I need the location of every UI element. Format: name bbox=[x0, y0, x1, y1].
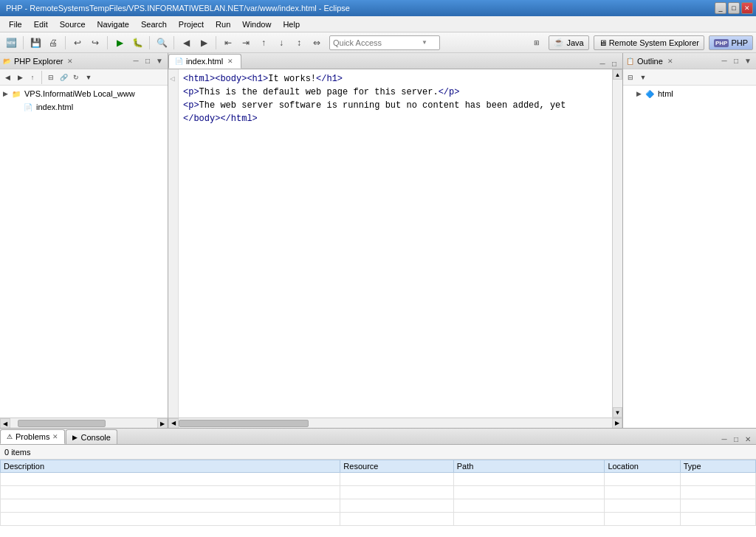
bottom-maximize-btn[interactable]: □ bbox=[731, 434, 741, 444]
minimize-button[interactable]: _ bbox=[715, 2, 726, 14]
separator-2 bbox=[65, 36, 66, 49]
quick-access-input[interactable] bbox=[333, 38, 422, 47]
menu-search[interactable]: Search bbox=[135, 18, 173, 30]
editor-tab-icon: 📄 bbox=[175, 58, 183, 65]
menu-run[interactable]: Run bbox=[210, 18, 236, 30]
menu-source[interactable]: Source bbox=[54, 18, 92, 30]
back-button[interactable]: ◀ bbox=[178, 35, 194, 51]
new-button[interactable]: 🆕 bbox=[3, 35, 19, 51]
empty-row-1 bbox=[1, 473, 756, 486]
bottom-tab-console[interactable]: ▶ Console bbox=[66, 429, 117, 444]
vscroll-up-btn[interactable]: ▲ bbox=[613, 69, 622, 80]
left-scroll-left-btn[interactable]: ◀ bbox=[0, 418, 10, 428]
tree-expand-arrow[interactable]: ▶ bbox=[3, 90, 10, 97]
undo-button[interactable]: ↩ bbox=[69, 35, 86, 51]
php-explorer-menu-btn[interactable]: ▼ bbox=[154, 56, 165, 66]
save-button[interactable]: 💾 bbox=[27, 35, 44, 51]
quick-access-box[interactable]: ▼ bbox=[329, 35, 440, 50]
editor-hscroll: ◀ ▶ bbox=[168, 418, 622, 428]
menu-project[interactable]: Project bbox=[173, 18, 210, 30]
vscroll-down-btn[interactable]: ▼ bbox=[613, 407, 622, 418]
php-explorer-minimize-btn[interactable]: ─ bbox=[131, 56, 141, 66]
nav-btn-6[interactable]: ⇔ bbox=[309, 35, 325, 51]
forward-button[interactable]: ▶ bbox=[196, 35, 212, 51]
outline-maximize-btn[interactable]: □ bbox=[731, 56, 741, 66]
toolbar: 🆕 💾 🖨 ↩ ↪ ▶ 🐛 🔍 ◀ ▶ ⇤ ⇥ ↑ ↓ ↕ ⇔ ▼ ⊞ ☕ Ja… bbox=[0, 32, 756, 53]
tree-root-item[interactable]: ▶ 📁 VPS.InformatiWeb Local_www bbox=[1, 87, 166, 100]
debug-button[interactable]: 🐛 bbox=[129, 35, 145, 51]
menu-edit[interactable]: Edit bbox=[28, 18, 54, 30]
menu-file[interactable]: File bbox=[3, 18, 28, 30]
left-scroll-thumb[interactable] bbox=[18, 420, 106, 427]
bottom-tab-problems[interactable]: ⚠ Problems ✕ bbox=[0, 429, 65, 444]
hscroll-right-btn[interactable]: ▶ bbox=[612, 418, 622, 429]
left-panel-hscroll: ◀ ▶ bbox=[0, 418, 168, 428]
sync-btn[interactable]: ↻ bbox=[70, 72, 82, 83]
outline-collapse-btn[interactable]: ⊟ bbox=[625, 72, 636, 83]
up-nav-btn[interactable]: ↑ bbox=[27, 72, 38, 83]
title-bar-buttons: _ □ ✕ bbox=[715, 2, 753, 14]
maximize-button[interactable]: □ bbox=[728, 2, 740, 14]
outline-close-icon[interactable]: ✕ bbox=[667, 58, 673, 65]
search-tb-button[interactable]: 🔍 bbox=[154, 35, 170, 51]
back-nav-btn[interactable]: ◀ bbox=[1, 72, 13, 83]
perspective-switcher-button[interactable]: ⊞ bbox=[529, 35, 544, 50]
main-layout: 📂 PHP Explorer ✕ ─ □ ▼ ◀ ▶ ↑ ⊟ 🔗 ↻ ▼ bbox=[0, 53, 756, 537]
redo-button[interactable]: ↪ bbox=[87, 35, 103, 51]
php-explorer-content: ▶ 📁 VPS.InformatiWeb Local_www 📄 index.h… bbox=[0, 86, 168, 418]
nav-btn-3[interactable]: ↑ bbox=[255, 35, 272, 51]
nav-btn-4[interactable]: ↓ bbox=[273, 35, 289, 51]
hscroll-thumb[interactable] bbox=[179, 420, 309, 427]
menu-navigate[interactable]: Navigate bbox=[92, 18, 135, 30]
vscroll-track[interactable] bbox=[613, 80, 622, 407]
outline-expand-arrow[interactable]: ▶ bbox=[636, 90, 644, 97]
editor-minimize-btn[interactable]: ─ bbox=[597, 58, 608, 69]
bottom-minimize-btn[interactable]: ─ bbox=[719, 434, 729, 444]
php-explorer-close-icon[interactable]: ✕ bbox=[67, 58, 73, 65]
php-explorer-header: 📂 PHP Explorer ✕ ─ □ ▼ bbox=[0, 53, 168, 69]
filter-btn[interactable]: ▼ bbox=[83, 72, 94, 83]
outline-content: ▶ 🔷 html bbox=[623, 86, 756, 428]
php-explorer-icon: 📂 bbox=[3, 58, 11, 65]
menu-help[interactable]: Help bbox=[277, 18, 306, 30]
editor-tab-index-html[interactable]: 📄 index.html ✕ bbox=[168, 54, 241, 69]
forward-nav-btn[interactable]: ▶ bbox=[14, 72, 26, 83]
col-description: Description bbox=[1, 460, 340, 473]
php-explorer-maximize-btn[interactable]: □ bbox=[142, 56, 153, 66]
hscroll-left-btn[interactable]: ◀ bbox=[168, 418, 179, 429]
java-perspective-button[interactable]: ☕ Java bbox=[549, 35, 588, 50]
remote-icon: 🖥 bbox=[599, 38, 607, 47]
close-button[interactable]: ✕ bbox=[741, 2, 753, 14]
print-button[interactable]: 🖨 bbox=[45, 35, 61, 51]
bottom-close-btn[interactable]: ✕ bbox=[743, 434, 753, 444]
java-perspective-label: Java bbox=[566, 38, 583, 47]
editor-content[interactable]: ◁ <html><body><h1>It works!</h1> <p>This… bbox=[168, 69, 622, 418]
editor-gutter: ◁ bbox=[168, 69, 179, 418]
nav-btn-1[interactable]: ⇤ bbox=[220, 35, 236, 51]
html-file-icon: 📄 bbox=[22, 101, 34, 113]
editor-maximize-btn[interactable]: □ bbox=[609, 58, 619, 69]
outline-minimize-btn[interactable]: ─ bbox=[719, 56, 729, 66]
collapse-btn[interactable]: ⊟ bbox=[45, 72, 57, 83]
php-perspective-button[interactable]: PHP PHP bbox=[709, 35, 753, 50]
separator-1 bbox=[23, 36, 24, 49]
outline-html-item[interactable]: ▶ 🔷 html bbox=[625, 87, 755, 100]
run-button[interactable]: ▶ bbox=[111, 35, 128, 51]
editor-tab-close[interactable]: ✕ bbox=[226, 57, 235, 66]
editor-text-area[interactable]: <html><body><h1>It works!</h1> <p>This i… bbox=[179, 69, 612, 418]
col-path: Path bbox=[453, 460, 605, 473]
nav-btn-2[interactable]: ⇥ bbox=[238, 35, 254, 51]
outline-menu-btn2[interactable]: ▼ bbox=[637, 72, 649, 83]
editor-vscrollbar[interactable]: ▲ ▼ bbox=[612, 69, 622, 418]
title-text: PHP - RemoteSystemsTempFiles/VPS.INFORMA… bbox=[3, 4, 350, 13]
nav-btn-5[interactable]: ↕ bbox=[291, 35, 307, 51]
problems-tab-close[interactable]: ✕ bbox=[52, 433, 58, 440]
outline-toolbar: ⊟ ▼ bbox=[623, 69, 756, 86]
link-btn[interactable]: 🔗 bbox=[58, 72, 69, 83]
empty-row-4 bbox=[1, 513, 756, 526]
tree-file-item[interactable]: 📄 index.html bbox=[13, 100, 166, 114]
menu-window[interactable]: Window bbox=[236, 18, 277, 30]
left-scroll-right-btn[interactable]: ▶ bbox=[157, 418, 168, 428]
outline-menu-btn[interactable]: ▼ bbox=[743, 56, 753, 66]
remote-system-explorer-button[interactable]: 🖥 Remote System Explorer bbox=[594, 35, 704, 50]
